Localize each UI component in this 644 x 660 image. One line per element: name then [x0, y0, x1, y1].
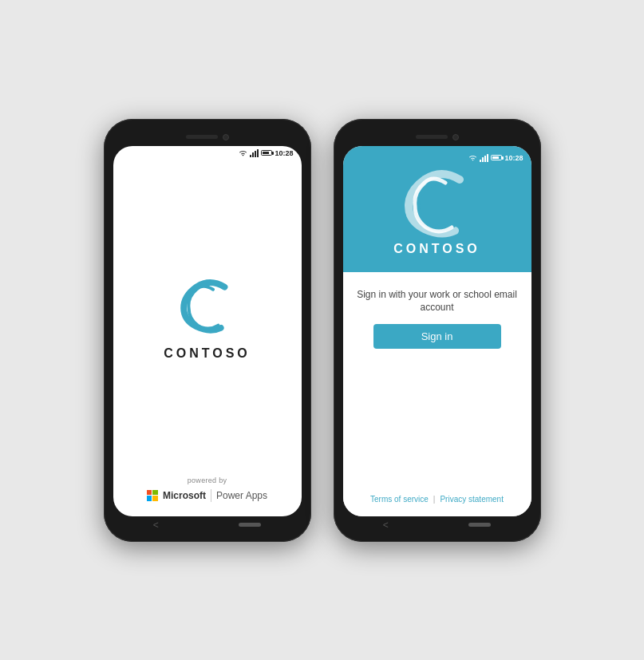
svg-point-0 [243, 155, 244, 156]
powered-by-label: powered by [188, 476, 227, 484]
battery-icon-2 [491, 155, 502, 160]
phone-2-camera [452, 134, 459, 140]
contoso-logo-1 [175, 273, 239, 337]
powerapps-label: Power Apps [216, 490, 267, 501]
status-right-1: 10:28 [239, 149, 293, 157]
phone-1-bottom-nav: < [113, 516, 302, 532]
terms-of-service-link[interactable]: Terms of service [370, 495, 429, 504]
microsoft-grid-icon [147, 490, 158, 501]
ms-square-4 [152, 496, 158, 501]
phone-2-top-bar [343, 128, 531, 146]
phone-2-shell: 10:28 CONTOSO Sign in with your work or … [334, 119, 541, 542]
phone-1-screen: 10:28 CONTOSO powered by [113, 146, 302, 516]
sign-in-button[interactable]: Sign in [373, 324, 501, 349]
phone-1-speaker [186, 135, 218, 139]
login-status-bar: 10:28 [343, 152, 531, 162]
signal-bars-2 [480, 154, 488, 162]
home-button-2[interactable] [468, 523, 491, 527]
phone-1-top-bar [113, 128, 302, 146]
link-divider: | [433, 495, 436, 504]
microsoft-label: Microsoft [163, 490, 206, 501]
login-screen: 10:28 CONTOSO Sign in with your work or … [343, 146, 531, 516]
login-top-section: 10:28 CONTOSO [343, 146, 531, 272]
phone-2: 10:28 CONTOSO Sign in with your work or … [334, 119, 541, 542]
phone-2-speaker [416, 135, 448, 139]
login-bottom-section: Sign in with your work or school email a… [343, 272, 531, 516]
wifi-icon [239, 149, 247, 156]
phone-2-screen: 10:28 CONTOSO Sign in with your work or … [343, 146, 531, 516]
splash-bottom: powered by Microsoft Power Apps [147, 476, 267, 516]
phone-1-top-center [186, 134, 229, 140]
signal-bars-1 [250, 149, 259, 157]
status-right-2: 10:28 [468, 154, 523, 162]
status-time-2: 10:28 [504, 154, 523, 162]
splash-center-content: CONTOSO [164, 157, 251, 476]
privacy-statement-link[interactable]: Privacy statement [440, 495, 503, 504]
phone-2-top-center [416, 134, 459, 140]
svg-point-1 [472, 160, 474, 161]
phone-2-bottom-nav: < [343, 516, 531, 532]
phone-1-camera [223, 134, 229, 140]
ms-square-3 [147, 496, 152, 501]
legal-links-row: Terms of service | Privacy statement [370, 495, 504, 504]
wifi-icon-2 [468, 154, 477, 161]
sign-in-section: Sign in with your work or school email a… [356, 288, 519, 350]
splash-screen: 10:28 CONTOSO powered by [113, 146, 302, 516]
back-button-1[interactable]: < [153, 520, 159, 531]
brand-name-2: CONTOSO [393, 242, 480, 256]
status-time-1: 10:28 [275, 149, 293, 157]
ms-square-1 [147, 490, 152, 496]
home-button-1[interactable] [239, 523, 261, 527]
ms-divider [211, 489, 211, 502]
sign-in-description: Sign in with your work or school email a… [356, 288, 519, 315]
splash-status-bar: 10:28 [113, 146, 302, 157]
battery-icon-1 [261, 150, 272, 156]
phone-1-shell: 10:28 CONTOSO powered by [104, 119, 311, 542]
brand-name-1: CONTOSO [164, 346, 251, 361]
ms-square-2 [152, 490, 158, 496]
phone-1: 10:28 CONTOSO powered by [104, 119, 311, 542]
microsoft-logo-row: Microsoft Power Apps [147, 489, 267, 502]
back-button-2[interactable]: < [383, 520, 389, 531]
contoso-logo-2 [397, 162, 477, 242]
